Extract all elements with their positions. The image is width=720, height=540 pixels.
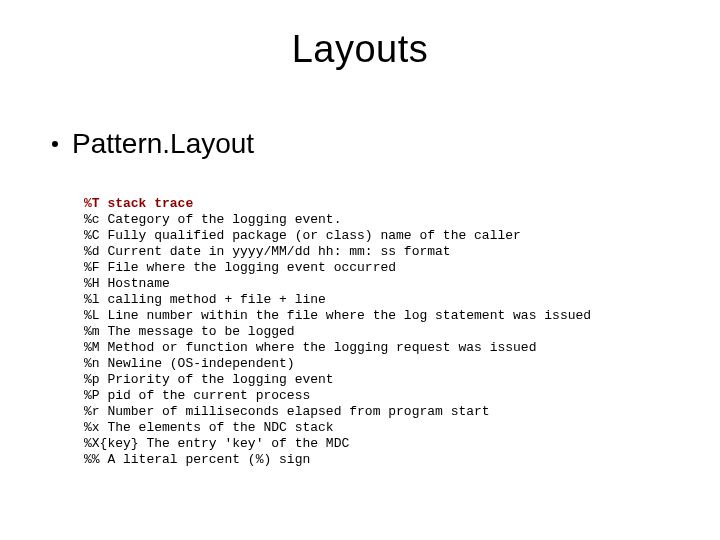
code-line: %H Hostname [84,276,170,291]
bullet-text: Pattern.Layout [72,130,254,158]
slide-title: Layouts [0,0,720,71]
code-line: %C Fully qualified package (or class) na… [84,228,521,243]
code-line: %d Current date in yyyy/MM/dd hh: mm: ss… [84,244,451,259]
code-line: %X{key} The entry 'key' of the MDC [84,436,349,451]
code-line: %L Line number within the file where the… [84,308,591,323]
code-line: %c Category of the logging event. [84,212,341,227]
code-line: %T stack trace [84,196,193,211]
code-line: %n Newline (OS-independent) [84,356,295,371]
code-line: %r Number of milliseconds elapsed from p… [84,404,490,419]
bullet-item: Pattern.Layout [52,130,254,158]
slide: Layouts Pattern.Layout %T stack trace %c… [0,0,720,540]
bullet-dot-icon [52,141,58,147]
code-line: %p Priority of the logging event [84,372,334,387]
code-block: %T stack trace %c Category of the loggin… [84,196,591,468]
code-line: %m The message to be logged [84,324,295,339]
code-line: %M Method or function where the logging … [84,340,536,355]
code-line: %x The elements of the NDC stack [84,420,334,435]
code-line: %F File where the logging event occurred [84,260,396,275]
code-line: %% A literal percent (%) sign [84,452,310,467]
code-line: %l calling method + file + line [84,292,326,307]
code-line: %P pid of the current process [84,388,310,403]
